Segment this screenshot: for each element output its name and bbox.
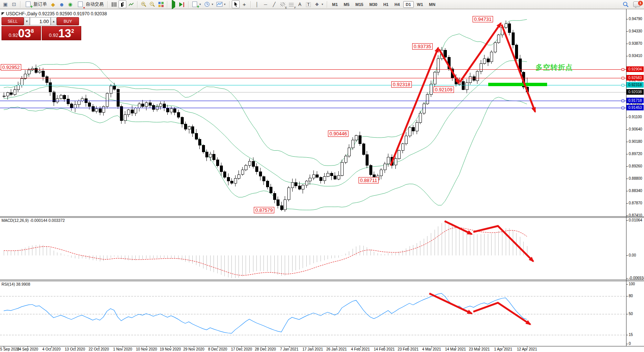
sell-button[interactable]: SELL <box>1 17 24 25</box>
text-label-icon[interactable] <box>304 0 312 8</box>
chart-window-icon <box>3 1 7 7</box>
tab-w1[interactable]: W1 <box>414 1 426 8</box>
buy-price-pips: 13 <box>59 28 71 39</box>
tab-mn[interactable]: MN <box>426 1 438 8</box>
data-window-icon[interactable] <box>10 0 18 8</box>
chart-canvas[interactable] <box>0 0 644 352</box>
volume-increase-button[interactable]: ▲ <box>51 17 57 25</box>
text-icon[interactable] <box>296 0 304 8</box>
chart-line-icon[interactable] <box>127 0 135 8</box>
volume-decrease-button[interactable]: ▼ <box>24 17 30 25</box>
macd-label: MACD(12,26,9) -0.000144 0.003372 <box>1 218 65 223</box>
add-indicator-icon[interactable] <box>191 0 199 8</box>
auto-scroll-icon[interactable] <box>170 0 177 8</box>
macd-histogram <box>4 221 527 278</box>
new-order-icon <box>26 1 31 7</box>
trade-panel-collapse-icon[interactable] <box>1 12 4 15</box>
rsi-levels <box>0 296 626 335</box>
toolbar-separator <box>167 1 167 8</box>
tab-d1[interactable]: D1 <box>403 1 414 8</box>
indicator-caret-icon[interactable]: ▾ <box>199 3 202 6</box>
toolbar-separator <box>20 1 20 8</box>
autotrading-icon <box>78 1 83 7</box>
volume-input[interactable] <box>30 17 51 25</box>
zoom-out-icon[interactable] <box>148 0 156 8</box>
arrows-tool-icon[interactable] <box>313 0 321 8</box>
periods-icon[interactable] <box>203 0 211 8</box>
chart-title: USDCHF-,Daily 0.92235 0.92590 0.91970 0.… <box>6 11 107 16</box>
tab-h1[interactable]: H1 <box>381 1 391 8</box>
toolbar-separator <box>188 1 189 8</box>
new-order-label: 新订单 <box>34 1 47 7</box>
new-chart-icon[interactable] <box>1 0 9 8</box>
horizontal-line-icon[interactable] <box>262 0 269 8</box>
vertical-line-icon[interactable] <box>253 0 261 8</box>
toolbar-separator <box>137 1 138 8</box>
axis-ticks <box>4 19 628 348</box>
notifications-icon[interactable]: 1 <box>633 1 640 7</box>
search-icon[interactable] <box>622 0 629 8</box>
cursor-icon[interactable] <box>232 0 240 8</box>
fibonacci-icon[interactable] <box>287 0 295 8</box>
mt4-window: 新订单 自动交易 ▾ ▾ <box>0 0 644 352</box>
sell-price-point: 8 <box>31 28 34 34</box>
tile-windows-icon[interactable] <box>157 0 165 8</box>
templates-caret-icon[interactable]: ▾ <box>224 3 227 6</box>
window-preview-icon <box>12 1 16 7</box>
tab-h4[interactable]: H4 <box>392 1 402 8</box>
buy-price-tile[interactable]: 0.92 13 2 <box>42 26 81 40</box>
support-zone-bar[interactable] <box>488 83 547 86</box>
toolbar-separator <box>250 1 251 8</box>
macd-signal-line <box>4 228 527 276</box>
bollinger-bands <box>4 19 527 210</box>
sell-price-base: 0.92 <box>9 32 18 38</box>
toolbar-separator <box>229 1 230 8</box>
equidistant-channel-icon[interactable] <box>279 0 287 8</box>
trend-arrows-rsi[interactable] <box>429 293 530 324</box>
tab-m15[interactable]: M15 <box>353 1 366 8</box>
templates-icon[interactable] <box>215 0 223 8</box>
zoom-in-icon[interactable] <box>140 0 148 8</box>
arrows-caret-icon[interactable]: ▾ <box>322 3 325 6</box>
buy-price-base: 0.92 <box>49 32 58 38</box>
tab-m1[interactable]: M1 <box>329 1 340 8</box>
buy-button[interactable]: BUY <box>57 17 79 25</box>
turning-point-annotation: 多空转折点 <box>536 63 573 72</box>
rsi-label: RSI(14) 38.9908 <box>1 282 30 286</box>
one-click-trading-panel: SELL ▼ ▲ BUY 0.92 03 8 0.92 13 2 <box>1 17 82 40</box>
rsi-line <box>4 293 527 333</box>
autotrading-button[interactable]: 自动交易 <box>75 1 105 8</box>
toolbar-separator <box>327 1 327 8</box>
metaeditor-icon[interactable] <box>49 0 57 8</box>
new-order-button[interactable]: 新订单 <box>23 1 48 8</box>
community-icon[interactable] <box>58 0 66 8</box>
buy-price-point: 2 <box>71 28 74 34</box>
crosshair-icon[interactable] <box>240 0 248 8</box>
signals-icon[interactable] <box>66 0 74 8</box>
chart-candles-icon[interactable] <box>119 0 126 8</box>
chart-bars-icon[interactable] <box>110 0 118 8</box>
autotrading-label: 自动交易 <box>86 1 104 7</box>
periods-caret-icon[interactable]: ▾ <box>212 3 215 6</box>
sell-price-tile[interactable]: 0.92 03 8 <box>1 26 41 40</box>
tab-m5[interactable]: M5 <box>341 1 352 8</box>
notification-badge: 1 <box>638 1 643 6</box>
toolbar-separator <box>107 1 108 8</box>
sell-price-pips: 03 <box>18 28 31 39</box>
toolbar: 新订单 自动交易 ▾ ▾ <box>0 0 644 9</box>
chart-shift-icon[interactable] <box>178 0 186 8</box>
candles-layer <box>3 21 528 212</box>
trendline-icon[interactable] <box>270 0 278 8</box>
tab-m30[interactable]: M30 <box>367 1 380 8</box>
